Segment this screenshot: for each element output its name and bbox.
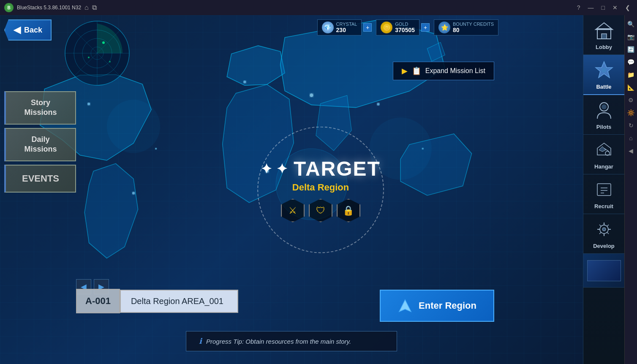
add-crystal-button[interactable]: + bbox=[363, 23, 372, 32]
bs-refresh-icon[interactable]: 🔄 bbox=[626, 45, 636, 54]
target-title: TARGET bbox=[294, 157, 381, 180]
lobby-icon bbox=[593, 19, 615, 41]
svg-marker-23 bbox=[399, 300, 411, 312]
sidebar-item-recruit[interactable]: Recruit bbox=[583, 174, 624, 214]
develop-label: Develop bbox=[593, 243, 615, 249]
gold-info: GOLD 370505 bbox=[395, 22, 415, 33]
develop-icon bbox=[593, 218, 615, 240]
target-symbol: ✦ TARGET bbox=[261, 157, 381, 180]
home-icon[interactable]: ⌂ bbox=[84, 4, 89, 11]
story-missions-button[interactable]: Story Missions bbox=[4, 91, 76, 125]
bs-screenshot-icon[interactable]: 📷 bbox=[626, 32, 636, 41]
crystal-icon: 💎 bbox=[322, 22, 334, 33]
enter-region-icon bbox=[397, 298, 413, 313]
svg-point-30 bbox=[602, 104, 607, 109]
bluestacks-logo: B bbox=[4, 3, 14, 12]
svg-point-10 bbox=[107, 100, 160, 153]
svg-line-43 bbox=[607, 232, 609, 234]
radar bbox=[63, 19, 131, 87]
enter-region-label: Enter Region bbox=[419, 300, 476, 311]
sidebar-item-lobby[interactable]: Lobby bbox=[583, 15, 624, 55]
layers-icon[interactable]: ⧉ bbox=[92, 4, 97, 11]
bs-settings-icon[interactable]: ⚙ bbox=[627, 95, 635, 105]
svg-rect-26 bbox=[602, 34, 607, 39]
crystal-info: CRYSTAL 230 bbox=[336, 22, 357, 33]
target-icon-sword: ⚔ bbox=[281, 199, 305, 223]
close-button[interactable]: ✕ bbox=[610, 3, 620, 12]
map-thumbnail bbox=[587, 260, 621, 281]
lobby-label: Lobby bbox=[596, 44, 612, 50]
area-name: Delta Region AREA_001 bbox=[120, 290, 238, 313]
hangar-icon bbox=[593, 139, 615, 161]
pilots-icon bbox=[593, 99, 615, 121]
sidebar-item-hangar[interactable]: Hangar bbox=[583, 135, 624, 174]
maximize-button[interactable]: □ bbox=[599, 3, 607, 12]
titlebar-nav-icons: ⌂ ⧉ bbox=[84, 4, 97, 11]
app-title: BlueStacks 5.3.86.1001 N32 bbox=[17, 5, 81, 11]
recruit-label: Recruit bbox=[594, 203, 613, 209]
svg-rect-32 bbox=[597, 184, 611, 196]
svg-point-1 bbox=[88, 103, 90, 106]
back-button[interactable]: ◀ Back bbox=[4, 19, 52, 41]
doc-icon: 📋 bbox=[412, 66, 421, 76]
daily-missions-button[interactable]: Daily Missions bbox=[4, 128, 76, 161]
pilots-label: Pilots bbox=[596, 124, 611, 130]
svg-point-4 bbox=[310, 93, 313, 97]
target-icon-shield: 🛡 bbox=[309, 199, 332, 223]
bs-chat-icon[interactable]: 💬 bbox=[626, 57, 636, 67]
bounty-currency: ⭐ BOUNTY CREDITS 80 bbox=[434, 19, 498, 35]
svg-line-44 bbox=[607, 225, 609, 226]
game-container: ◀ Back 💎 CRYSTAL 230 + 🪙 GOLD 370505 + bbox=[0, 15, 637, 364]
svg-point-2 bbox=[155, 148, 157, 149]
help-icon[interactable]: ? bbox=[574, 3, 583, 12]
expand-mission-button[interactable]: ▶ 📋 Expand Mission List bbox=[393, 62, 494, 80]
titlebar: B BlueStacks 5.3.86.1001 N32 ⌂ ⧉ ? — □ ✕… bbox=[0, 0, 637, 15]
bs-folder-icon[interactable]: 📁 bbox=[626, 70, 636, 79]
svg-point-22 bbox=[109, 61, 111, 62]
sidebar-item-develop[interactable]: Develop bbox=[583, 214, 624, 254]
sidebar-toggle[interactable]: ❮ bbox=[623, 3, 633, 12]
target-icon-row: ⚔ 🛡 🔒 bbox=[261, 199, 381, 223]
target-region: Delta Region bbox=[261, 182, 381, 193]
target-icon-lock: 🔒 bbox=[337, 199, 360, 223]
battle-label: Battle bbox=[596, 84, 611, 90]
svg-point-20 bbox=[102, 41, 105, 44]
bluestacks-right-panel: 🔍 📷 🔄 💬 📁 📐 ⚙ 🔆 ↻ ⌂ ◀ bbox=[624, 15, 637, 364]
sidebar-item-battle[interactable]: Battle bbox=[583, 55, 624, 95]
area-info: A-001 Delta Region AREA_001 bbox=[76, 289, 238, 313]
svg-point-7 bbox=[132, 192, 135, 194]
sidebar-preview[interactable] bbox=[583, 254, 624, 288]
progress-tip: ℹ Progress Tip: Obtain resources from th… bbox=[186, 331, 397, 351]
sidebar-item-pilots[interactable]: Pilots bbox=[583, 95, 624, 135]
left-menu: Story Missions Daily Missions EVENTS bbox=[4, 91, 76, 193]
play-icon: ▶ bbox=[402, 66, 408, 76]
titlebar-right: ? — □ ✕ ❮ bbox=[574, 3, 633, 12]
bs-back-icon[interactable]: ◀ bbox=[627, 146, 634, 155]
bs-rotate-icon[interactable]: ↻ bbox=[627, 121, 635, 130]
map-area: ◀ Back 💎 CRYSTAL 230 + 🪙 GOLD 370505 + bbox=[0, 15, 583, 364]
svg-point-5 bbox=[377, 103, 379, 106]
recruit-icon bbox=[593, 179, 615, 201]
bs-brightness-icon[interactable]: 🔆 bbox=[626, 108, 636, 117]
right-sidebar: Lobby Battle Pilots bbox=[583, 15, 624, 364]
minimize-button[interactable]: — bbox=[585, 3, 596, 12]
enter-region-button[interactable]: Enter Region bbox=[380, 290, 494, 322]
area-code: A-001 bbox=[76, 289, 120, 313]
add-gold-button[interactable]: + bbox=[421, 23, 430, 32]
svg-line-45 bbox=[599, 232, 601, 234]
target-area: ✦ TARGET Delta Region ⚔ 🛡 🔒 bbox=[252, 149, 389, 231]
svg-point-21 bbox=[88, 57, 90, 58]
currency-bar: 💎 CRYSTAL 230 + 🪙 GOLD 370505 + ⭐ BOUNTY… bbox=[317, 19, 498, 35]
hangar-label: Hangar bbox=[594, 163, 613, 170]
bs-resize-icon[interactable]: 📐 bbox=[626, 83, 636, 92]
gold-currency: 🪙 GOLD 370505 bbox=[376, 19, 419, 35]
bounty-icon: ⭐ bbox=[438, 22, 450, 33]
events-button[interactable]: EVENTS bbox=[4, 165, 76, 193]
svg-point-3 bbox=[243, 81, 246, 83]
info-icon: ℹ bbox=[199, 337, 202, 346]
back-arrow-icon: ◀ bbox=[14, 24, 21, 35]
crystal-currency: 💎 CRYSTAL 230 bbox=[317, 19, 362, 35]
svg-line-42 bbox=[599, 225, 601, 226]
bs-search-icon[interactable]: 🔍 bbox=[626, 19, 636, 29]
bs-home-icon[interactable]: ⌂ bbox=[628, 133, 634, 143]
